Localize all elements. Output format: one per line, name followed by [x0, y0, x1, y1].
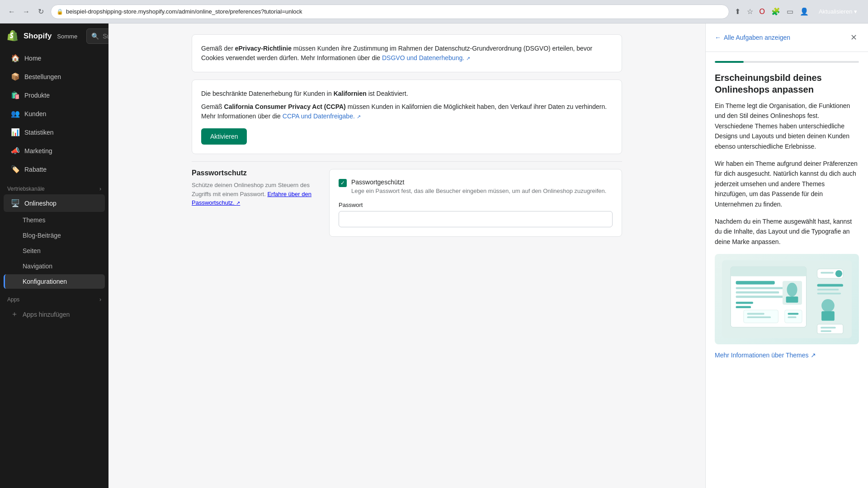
bookmark-button[interactable]: ☆: [745, 5, 755, 18]
apps-section: Apps ›: [0, 293, 108, 305]
sidebar-sub-item-themes[interactable]: Themes: [4, 213, 105, 227]
section-left: Passwortschutz Schütze deinen Onlineshop…: [192, 169, 318, 237]
svg-rect-6: [736, 291, 779, 294]
svg-point-25: [821, 299, 835, 312]
app-container: Shopify Somme 🔍 Suchen 🚩 Setup-Anleitung…: [0, 23, 868, 488]
shopify-wordmark: Shopify: [24, 32, 52, 41]
external-link-icon-right: ↗: [811, 352, 816, 359]
content-inner: Gemäß der ePrivacy-Richtlinie müssen Kun…: [181, 23, 633, 255]
sidebar-sub-item-konfigurationen[interactable]: Konfigurationen: [4, 274, 105, 289]
shopify-logo-icon: [7, 30, 20, 42]
password-label: Passwort: [339, 202, 613, 208]
sidebar-item-statistiken[interactable]: 📊 Statistiken: [4, 123, 105, 141]
sidebar-sub-item-blog[interactable]: Blog-Beiträge: [4, 228, 105, 243]
sidebar-item-apps-add[interactable]: ＋ Apps hinzufügen: [4, 305, 105, 324]
sidebar-item-bestellungen[interactable]: 📦 Bestellungen: [4, 68, 105, 85]
sidebar-item-rabatte[interactable]: 🏷️ Rabatte: [4, 160, 105, 178]
profile-button[interactable]: 👤: [798, 5, 811, 18]
search-bar[interactable]: 🔍 Suchen: [86, 28, 108, 44]
sidebar-item-label: Kunden: [24, 110, 46, 117]
svg-rect-23: [817, 289, 839, 291]
svg-rect-21: [821, 272, 834, 274]
california-card: Die beschränkte Datenerhebung für Kunden…: [192, 80, 622, 154]
svg-rect-5: [736, 287, 788, 289]
add-icon: ＋: [11, 310, 18, 319]
svg-rect-28: [821, 327, 835, 328]
onlineshop-icon: 🖥️: [11, 199, 20, 207]
sidebar-sub-item-seiten[interactable]: Seiten: [4, 244, 105, 258]
checkmark-icon: ✓: [340, 180, 345, 186]
california-bold: Kalifornien: [334, 90, 367, 97]
address-bar[interactable]: 🔒 beispiel-dropshipping-store.myshopify.…: [51, 5, 729, 19]
sidebar-item-onlineshop[interactable]: 🖥️ Onlineshop: [4, 194, 105, 212]
password-input[interactable]: [339, 211, 613, 227]
back-button[interactable]: ←: [5, 5, 18, 18]
orders-icon: 📦: [11, 72, 20, 81]
passwortschutz-title: Passwortschutz: [192, 169, 318, 177]
navigation-label: Navigation: [23, 263, 52, 270]
password-card: ✓ Passwortgeschützt Lege ein Passwort fe…: [329, 169, 622, 237]
ccpa-link[interactable]: CCPA und Datenfreigabe. ↗: [283, 113, 361, 120]
right-panel-text1: Ein Theme legt die Organisation, die Fun…: [715, 101, 859, 151]
progress-bar: [715, 61, 859, 63]
svg-rect-12: [786, 296, 798, 302]
eprivacy-bold: ePrivacy-Richtlinie: [235, 45, 292, 52]
california-text1: Die beschränkte Datenerhebung für Kunden…: [201, 89, 613, 99]
svg-rect-26: [821, 311, 835, 321]
sidebar-toggle[interactable]: ▭: [785, 5, 795, 18]
svg-rect-3: [731, 272, 806, 277]
home-icon: 🏠: [11, 54, 20, 62]
passwortschutz-desc: Schütze deinen Onlineshop zum Steuern de…: [192, 181, 318, 207]
content-area: Gemäß der ePrivacy-Richtlinie müssen Kun…: [108, 23, 705, 488]
sidebar-sub-item-navigation[interactable]: Navigation: [4, 259, 105, 273]
sidebar-item-label: Marketing: [24, 147, 52, 155]
svg-rect-18: [788, 316, 796, 318]
dsgvo-link[interactable]: DSGVO und Datenerhebung. ↗: [382, 54, 470, 61]
checkbox-label: Passwortgeschützt: [351, 178, 606, 186]
sidebar-item-kunden[interactable]: 👥 Kunden: [4, 105, 105, 122]
more-info-link[interactable]: Mehr Informationen über Themes ↗: [715, 352, 859, 359]
passwort-checkbox-row: ✓ Passwortgeschützt Lege ein Passwort fe…: [339, 178, 613, 194]
svg-rect-22: [817, 284, 843, 287]
discounts-icon: 🏷️: [11, 165, 20, 174]
apps-label: Apps: [7, 296, 19, 303]
opera-button[interactable]: O: [758, 6, 767, 18]
sidebar-item-home[interactable]: 🏠 Home: [4, 49, 105, 67]
refresh-button[interactable]: ↻: [34, 5, 47, 18]
close-panel-button[interactable]: ✕: [849, 31, 859, 44]
sales-channels-label: Vertriebskanäle: [7, 186, 45, 192]
aktivieren-button[interactable]: Aktivieren: [201, 128, 247, 145]
passwort-checkbox[interactable]: ✓: [339, 179, 347, 187]
url-text: beispiel-dropshipping-store.myshopify.co…: [66, 8, 302, 15]
blog-label: Blog-Beiträge: [23, 232, 61, 239]
main-layout: Shopify Somme 🔍 Suchen 🚩 Setup-Anleitung…: [0, 23, 868, 488]
passwortschutz-link[interactable]: Erfahre über den Passwortschutz. ↗: [192, 191, 311, 206]
svg-rect-8: [736, 302, 753, 304]
back-label: Alle Aufgaben anzeigen: [724, 34, 790, 41]
konfigurationen-label: Konfigurationen: [23, 278, 67, 285]
extensions-button[interactable]: 🧩: [769, 5, 782, 18]
more-info-text: Mehr Informationen über Themes: [715, 352, 809, 359]
sidebar-item-label: Produkte: [24, 92, 50, 99]
back-arrow-icon: ←: [715, 34, 721, 41]
svg-rect-17: [788, 313, 798, 315]
svg-point-20: [835, 270, 842, 277]
progress-bar-container: [715, 61, 859, 63]
share-button[interactable]: ⬆: [733, 5, 742, 18]
checkbox-desc: Lege ein Passwort fest, das alle Besuche…: [351, 188, 606, 194]
section-right: ✓ Passwortgeschützt Lege ein Passwort fe…: [329, 169, 622, 237]
forward-button[interactable]: →: [20, 5, 33, 18]
search-placeholder: Suchen: [103, 33, 108, 40]
california-text2: Gemäß California Consumer Privacy Act (C…: [201, 102, 613, 121]
expand-icon: ›: [99, 186, 101, 192]
sidebar-item-produkte[interactable]: 🛍️ Produkte: [4, 86, 105, 104]
apps-expand-icon: ›: [99, 296, 101, 303]
marketing-icon: 📣: [11, 146, 20, 155]
aktualisieren-button[interactable]: Aktualisieren ▾: [813, 6, 863, 17]
sidebar-item-marketing[interactable]: 📣 Marketing: [4, 142, 105, 160]
back-to-tasks-button[interactable]: ← Alle Aufgaben anzeigen: [715, 34, 790, 41]
svg-rect-9: [736, 306, 751, 308]
customers-icon: 👥: [11, 109, 20, 118]
right-panel-text2: Wir haben ein Theme aufgrund deiner Präf…: [715, 159, 859, 209]
products-icon: 🛍️: [11, 91, 20, 99]
